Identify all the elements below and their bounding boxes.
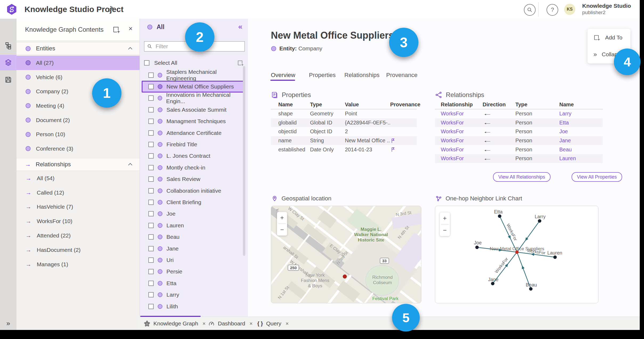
sidebar-entity-item[interactable]: Meeting (4): [17, 99, 140, 113]
item-checkbox[interactable]: [148, 130, 154, 136]
close-tab-icon[interactable]: ×: [202, 321, 206, 327]
list-item[interactable]: Sales Associate Summit: [142, 104, 244, 115]
sidebar-relationship-item[interactable]: → WorksFor (10): [17, 214, 140, 228]
item-checkbox[interactable]: [148, 200, 154, 205]
sidebar-relationship-item[interactable]: → HasDocument (2): [17, 243, 140, 257]
sidebar-relationship-item[interactable]: → All (54): [17, 171, 140, 185]
item-checkbox[interactable]: [148, 153, 154, 159]
item-checkbox[interactable]: [148, 223, 154, 228]
list-item[interactable]: L. Jones Contract: [142, 150, 244, 162]
view-all-properties-button[interactable]: View All Properties: [572, 172, 622, 182]
list-item[interactable]: Attendance Certificate: [142, 127, 244, 139]
list-item[interactable]: Managment Techniques: [142, 116, 244, 127]
list-item[interactable]: Innovations in Mechanical Engin...: [142, 92, 244, 104]
item-checkbox[interactable]: [148, 269, 154, 274]
related-name-link[interactable]: Jane: [559, 138, 603, 144]
item-checkbox[interactable]: [148, 304, 154, 309]
node-joe[interactable]: [475, 246, 479, 249]
provenance-flag-icon[interactable]: [390, 138, 396, 144]
save-tool-icon[interactable]: [0, 72, 17, 87]
list-item[interactable]: Montly check-in: [142, 162, 244, 173]
item-checkbox[interactable]: [148, 119, 154, 124]
relationships-section-header[interactable]: → Relationships: [17, 158, 140, 171]
zoom-in-button[interactable]: +: [277, 212, 287, 224]
node-larry[interactable]: [538, 219, 541, 223]
contents-tool-icon[interactable]: [0, 55, 17, 70]
item-checkbox[interactable]: [148, 84, 154, 89]
list-item[interactable]: Firebird Title: [142, 139, 244, 150]
node-beau[interactable]: [529, 287, 533, 291]
list-item[interactable]: Uri: [142, 254, 244, 266]
relationship-link[interactable]: WorksFor: [441, 138, 483, 144]
sidebar-entity-item[interactable]: Conference (3): [17, 142, 140, 156]
item-checkbox[interactable]: [148, 246, 154, 251]
schema-tool-icon[interactable]: [0, 38, 17, 53]
relationship-link[interactable]: WorksFor: [441, 155, 483, 162]
list-item[interactable]: Larry: [142, 289, 244, 300]
close-tab-icon[interactable]: ×: [286, 321, 289, 327]
sidebar-entity-item[interactable]: Person (10): [17, 127, 140, 142]
tab-relationships[interactable]: Relationships: [344, 69, 380, 81]
related-name-link[interactable]: Beau: [559, 147, 603, 153]
user-name[interactable]: Knowledge Studio: [582, 3, 631, 9]
select-all-checkbox[interactable]: [144, 60, 149, 66]
node-etta[interactable]: [498, 215, 502, 218]
provenance-flag-icon[interactable]: [390, 147, 396, 152]
collapse-chevron-icon[interactable]: [128, 163, 133, 166]
sidebar-relationship-item[interactable]: → Attended (22): [17, 228, 140, 243]
relationship-link[interactable]: WorksFor: [441, 111, 483, 117]
item-checkbox[interactable]: [148, 165, 154, 170]
list-item[interactable]: Sales Review: [142, 173, 244, 185]
add-to-menu-item[interactable]: Add To: [593, 34, 622, 41]
list-item[interactable]: Staplers Mechanical Engineering: [142, 69, 244, 81]
sidebar-relationship-item[interactable]: → Manages (1): [17, 257, 140, 272]
select-all-row[interactable]: Select All: [144, 58, 244, 68]
tab-knowledge-graph[interactable]: Knowledge Graph ×: [144, 317, 206, 330]
node-jane[interactable]: [491, 282, 495, 285]
tab-properties[interactable]: Properties: [309, 69, 336, 81]
tab-provenance[interactable]: Provenance: [386, 69, 417, 81]
link-chart-canvas[interactable]: WorksFor WorksFor WorksFor Etta Larry Jo…: [435, 206, 598, 303]
add-to-new-icon[interactable]: [237, 59, 244, 66]
add-to-new-icon[interactable]: [112, 26, 120, 34]
list-item[interactable]: Lilith: [142, 301, 244, 312]
close-tab-icon[interactable]: ×: [250, 321, 253, 327]
map-canvas[interactable]: k Rd W Clay St E Clay St N 3rd St N 4th …: [271, 206, 421, 303]
related-name-link[interactable]: Lauren: [559, 155, 603, 162]
sidebar-entity-item[interactable]: All (27): [17, 56, 140, 70]
list-item[interactable]: Etta: [142, 277, 244, 289]
sidebar-relationship-item[interactable]: → Called (12): [17, 185, 140, 200]
collapse-chevron-icon[interactable]: [128, 47, 133, 50]
avatar[interactable]: KS: [564, 4, 575, 15]
item-checkbox[interactable]: [148, 211, 154, 216]
zoom-in-button[interactable]: +: [440, 212, 450, 224]
item-checkbox[interactable]: [148, 142, 154, 147]
view-all-relationships-button[interactable]: View All Relationships: [493, 172, 551, 182]
item-checkbox[interactable]: [148, 188, 154, 193]
relationship-link[interactable]: WorksFor: [441, 120, 483, 126]
item-checkbox[interactable]: [148, 72, 154, 78]
tab-dashboard[interactable]: Dashboard ×: [208, 317, 252, 330]
help-button[interactable]: ?: [547, 4, 558, 16]
sidebar-entity-item[interactable]: Document (2): [17, 113, 140, 127]
list-item[interactable]: Collaboration initiative: [142, 185, 244, 196]
list-scrollbar[interactable]: [243, 66, 245, 256]
relationship-link[interactable]: WorksFor: [441, 147, 483, 153]
sidebar-entity-item[interactable]: Vehicle (6): [17, 70, 140, 84]
list-item[interactable]: Jane: [142, 243, 244, 254]
entities-section-header[interactable]: Entities: [17, 42, 140, 55]
item-checkbox[interactable]: [148, 257, 154, 263]
list-item[interactable]: Persie: [142, 266, 244, 277]
related-name-link[interactable]: Joe: [559, 128, 603, 135]
expand-rail-button[interactable]: »: [0, 317, 17, 330]
search-button[interactable]: [524, 4, 536, 16]
item-checkbox[interactable]: [148, 234, 154, 240]
sidebar-relationship-item[interactable]: → HasVehicle (7): [17, 200, 140, 214]
zoom-out-button[interactable]: −: [277, 224, 287, 236]
collapse-list-panel-icon[interactable]: «: [238, 22, 242, 31]
list-item[interactable]: New Metal Office Suppliers: [142, 81, 244, 92]
item-checkbox[interactable]: [148, 176, 154, 182]
related-name-link[interactable]: Larry: [559, 111, 603, 117]
tab-overview[interactable]: Overview: [271, 69, 295, 81]
relationship-link[interactable]: WorksFor: [441, 128, 483, 135]
